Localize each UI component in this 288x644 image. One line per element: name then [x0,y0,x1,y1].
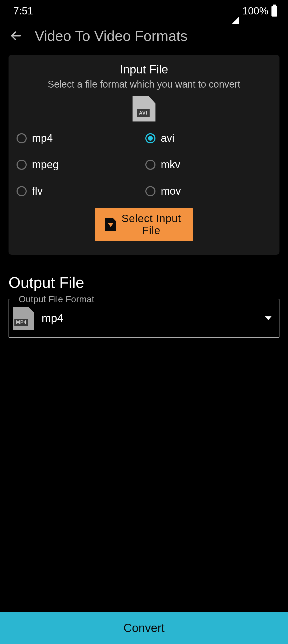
header: Video To Video Formats [0,19,288,52]
back-arrow-icon [10,29,22,42]
input-file-card: Input File Select a file format which yo… [9,55,279,255]
radio-mov[interactable]: mov [145,185,271,197]
radio-circle-icon [145,186,155,196]
radio-mkv[interactable]: mkv [145,159,271,171]
radio-label: mp4 [32,132,53,144]
output-legend: Output File Format [17,294,96,304]
output-file-badge: MP4 [14,319,28,326]
output-file-icon: MP4 [13,307,34,330]
radio-flv[interactable]: flv [17,185,143,197]
status-right: 100% [232,5,277,17]
format-radio-group: mp4 avi mpeg mkv flv mov [14,121,274,208]
output-format-dropdown[interactable]: Output File Format MP4 mp4 [9,299,279,338]
select-input-file-button[interactable]: Select Input File [95,208,193,241]
status-bar: 7:51 100% [0,0,288,19]
back-button[interactable] [8,28,24,44]
output-format-value: mp4 [42,312,258,325]
radio-label: avi [161,132,174,144]
radio-circle-icon [145,133,155,143]
select-file-icon [105,218,114,231]
radio-mp4[interactable]: mp4 [17,132,143,144]
convert-button-label: Convert [123,621,165,635]
battery-icon [271,6,277,17]
page-title: Video To Video Formats [35,28,187,44]
radio-circle-icon [145,160,155,170]
output-heading: Output File [9,273,279,291]
radio-circle-icon [17,160,27,170]
radio-label: mov [161,185,181,197]
radio-label: flv [32,185,43,197]
radio-avi[interactable]: avi [145,132,271,144]
output-file-section: Output File Output File Format MP4 mp4 [9,273,279,338]
signal-icon [232,5,239,17]
convert-button[interactable]: Convert [0,612,288,644]
input-card-title: Input File [14,63,274,76]
chevron-down-icon [265,316,271,320]
radio-circle-icon [17,186,27,196]
radio-circle-icon [17,133,27,143]
radio-label: mkv [161,159,180,171]
input-card-subtitle: Select a file format which you want to c… [14,79,274,90]
battery-percentage: 100% [242,5,268,17]
status-time: 7:51 [13,5,33,17]
file-icon-badge: AVI [137,109,150,117]
input-format-icon: AVI [14,96,274,121]
radio-mpeg[interactable]: mpeg [17,159,143,171]
file-icon: AVI [133,96,155,121]
select-button-label: Select Input File [120,213,183,237]
radio-label: mpeg [32,159,59,171]
